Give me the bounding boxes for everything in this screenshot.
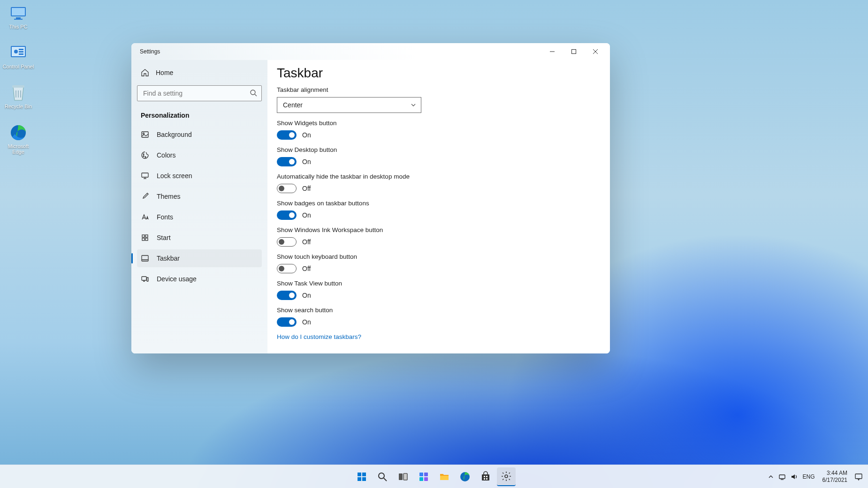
- svg-point-16: [251, 90, 255, 95]
- svg-rect-8: [19, 51, 23, 53]
- svg-rect-38: [362, 477, 366, 481]
- svg-point-6: [14, 50, 18, 53]
- setting-taskview: Show Task View buttonOn: [277, 280, 601, 300]
- desktop-icon-label: Recycle Bin: [5, 104, 32, 109]
- brush-icon: [141, 192, 149, 201]
- sidebar-item-themes[interactable]: Themes: [137, 188, 262, 205]
- setting-label: Show badges on taskbar buttons: [277, 200, 601, 207]
- toggle-search[interactable]: [277, 317, 297, 327]
- svg-rect-46: [424, 477, 428, 481]
- taskbar-app-explorer[interactable]: [435, 467, 454, 486]
- svg-rect-35: [358, 473, 361, 476]
- toggle-autohide[interactable]: [277, 184, 297, 193]
- svg-rect-36: [362, 473, 366, 476]
- setting-touchkb: Show touch keyboard buttonOff: [277, 253, 601, 273]
- svg-rect-23: [142, 173, 148, 177]
- desktop-icon-recycle-bin[interactable]: Recycle Bin: [2, 83, 35, 109]
- taskview-icon: [397, 471, 409, 482]
- desktop-icon-label: Microsoft Edge: [2, 143, 35, 155]
- sidebar-item-taskbar[interactable]: Taskbar: [137, 249, 262, 267]
- svg-rect-56: [855, 474, 862, 479]
- taskbar-app-edge[interactable]: [456, 467, 474, 486]
- sidebar-home-link[interactable]: Home: [137, 64, 262, 82]
- toggle-state-label: Off: [302, 185, 311, 192]
- svg-rect-7: [19, 49, 23, 50]
- close-button[interactable]: [585, 44, 606, 59]
- content-scroll[interactable]: Taskbar alignment Center Show Widgets bu…: [277, 86, 607, 353]
- desktop: This PC Control Panel Recycle Bin Micros…: [0, 0, 868, 488]
- taskbar-app-settings[interactable]: [497, 467, 516, 486]
- svg-point-20: [143, 154, 144, 155]
- svg-rect-45: [419, 477, 423, 481]
- toggle-desktop[interactable]: [277, 157, 297, 166]
- svg-rect-32: [142, 277, 146, 280]
- svg-rect-3: [14, 19, 23, 20]
- desktop-icon-control-panel[interactable]: Control Panel: [2, 44, 35, 69]
- svg-rect-51: [484, 478, 485, 480]
- maximize-button[interactable]: [563, 44, 585, 59]
- sidebar-home-label: Home: [156, 69, 173, 76]
- taskbar-app-store[interactable]: [476, 467, 495, 486]
- svg-rect-43: [419, 473, 423, 476]
- svg-rect-41: [399, 473, 403, 480]
- sidebar: Home Personalization BackgroundColorsLoc…: [131, 60, 267, 353]
- setting-badges: Show badges on taskbar buttonsOn: [277, 200, 601, 220]
- control-panel-icon: [9, 44, 28, 62]
- toggle-badges[interactable]: [277, 210, 297, 220]
- taskbar-app-widgets[interactable]: [414, 467, 433, 486]
- search-input[interactable]: [137, 85, 262, 101]
- system-tray[interactable]: ENG: [765, 473, 818, 480]
- svg-rect-9: [19, 53, 23, 55]
- taskbar: ENG 3:44 AM 6/17/2021: [0, 465, 868, 488]
- taskbar-app-start[interactable]: [352, 467, 371, 486]
- widgets-icon: [418, 471, 429, 482]
- sidebar-item-device-usage[interactable]: Device usage: [137, 270, 262, 288]
- sidebar-item-label: Device usage: [157, 275, 197, 283]
- window-body: Home Personalization BackgroundColorsLoc…: [131, 60, 610, 353]
- svg-point-21: [143, 156, 144, 157]
- tray-overflow-icon[interactable]: [768, 474, 774, 480]
- sidebar-item-colors[interactable]: Colors: [137, 146, 262, 164]
- taskbar-app-taskview[interactable]: [394, 467, 412, 486]
- action-center-button[interactable]: [852, 470, 865, 483]
- sidebar-item-fonts[interactable]: Fonts: [137, 208, 262, 226]
- alignment-select[interactable]: Center: [277, 97, 421, 113]
- toggle-ink[interactable]: [277, 237, 297, 247]
- setting-desktop: Show Desktop buttonOn: [277, 146, 601, 166]
- toggle-state-label: On: [302, 292, 311, 299]
- chevron-down-icon: [411, 102, 416, 108]
- svg-rect-2: [16, 17, 21, 19]
- monitor-icon: [141, 172, 149, 180]
- volume-icon[interactable]: [791, 473, 798, 480]
- sidebar-item-label: Taskbar: [157, 255, 180, 262]
- tray-lang[interactable]: ENG: [803, 473, 815, 480]
- toggle-widgets[interactable]: [277, 130, 297, 140]
- titlebar[interactable]: Settings: [131, 43, 610, 60]
- sidebar-item-lock-screen[interactable]: Lock screen: [137, 167, 262, 185]
- svg-rect-50: [486, 476, 487, 477]
- clock-date: 6/17/2021: [822, 477, 847, 484]
- setting-ink: Show Windows Ink Workspace buttonOff: [277, 226, 601, 247]
- toggle-state-label: On: [302, 211, 311, 219]
- svg-rect-52: [486, 478, 487, 480]
- desktop-icon-label: Control Panel: [3, 64, 34, 69]
- help-link[interactable]: How do I customize taskbars?: [277, 333, 601, 340]
- svg-rect-33: [147, 278, 148, 281]
- desktop-icon-this-pc[interactable]: This PC: [2, 4, 35, 30]
- taskbar-app-search[interactable]: [373, 467, 392, 486]
- toggle-state-label: On: [302, 131, 311, 139]
- toggle-taskview[interactable]: [277, 291, 297, 300]
- sidebar-item-label: Colors: [157, 151, 175, 159]
- desktop-icon-edge[interactable]: Microsoft Edge: [2, 123, 35, 155]
- network-icon[interactable]: [778, 473, 786, 480]
- sidebar-item-label: Background: [157, 131, 192, 138]
- minimize-button[interactable]: [541, 44, 563, 59]
- setting-label: Show search button: [277, 307, 601, 314]
- toggle-touchkb[interactable]: [277, 264, 297, 273]
- svg-rect-28: [142, 238, 145, 240]
- taskbar-clock[interactable]: 3:44 AM 6/17/2021: [819, 470, 851, 484]
- desktop-icons: This PC Control Panel Recycle Bin Micros…: [2, 4, 35, 155]
- sidebar-item-background[interactable]: Background: [137, 126, 262, 143]
- sidebar-item-start[interactable]: Start: [137, 229, 262, 247]
- sidebar-item-label: Start: [157, 234, 171, 241]
